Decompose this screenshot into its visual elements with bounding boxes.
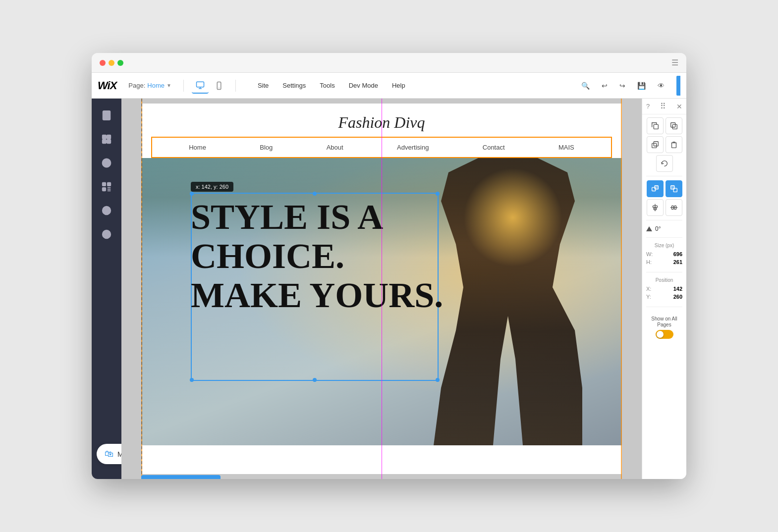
sidebar-elements-button[interactable]	[96, 128, 117, 150]
help-icon[interactable]: ?	[646, 103, 650, 110]
divider-3	[646, 237, 682, 238]
show-all-pages-toggle[interactable]	[656, 330, 673, 339]
refresh-button[interactable]	[656, 155, 673, 172]
nav-settings[interactable]: Settings	[277, 79, 312, 92]
nav-help[interactable]: Help	[386, 79, 411, 92]
size-label: Size (px)	[646, 243, 682, 248]
width-row: W: 696	[646, 251, 682, 257]
svg-rect-31	[655, 186, 658, 189]
handle-tl[interactable]	[190, 192, 194, 196]
guide-line-center	[382, 99, 382, 479]
save-button[interactable]: 💾	[633, 79, 650, 93]
svg-rect-15	[108, 183, 111, 186]
width-value[interactable]: 696	[673, 251, 682, 257]
height-row: H: 261	[646, 259, 682, 265]
close-button[interactable]	[100, 60, 106, 66]
show-all-pages-label: Show on All Pages	[646, 316, 682, 328]
size-section: Size (px) W: 696 H: 261	[642, 239, 686, 271]
svg-rect-0	[196, 82, 204, 87]
position-section: Position X: 142 Y: 260	[642, 273, 686, 306]
svg-rect-16	[103, 188, 106, 191]
clone-button[interactable]	[647, 136, 664, 153]
close-panel-button[interactable]: ✕	[676, 103, 682, 110]
handle-bc[interactable]	[313, 378, 317, 382]
bring-forward-button[interactable]	[647, 180, 664, 197]
x-value[interactable]: 142	[673, 286, 682, 292]
top-nav: WiX Page: Home ▼ Site Settings Tools Dev…	[92, 73, 686, 99]
main-window: ☰ WiX Page: Home ▼ Site Settings Tools D…	[92, 53, 686, 479]
undo-button[interactable]: ↩	[598, 79, 611, 93]
panel-header: ? ⠿ ✕	[642, 99, 686, 114]
nav-tools[interactable]: Tools	[314, 79, 340, 92]
hero-text-line3: MAKE YOURS.	[191, 276, 443, 315]
svg-rect-29	[671, 143, 676, 148]
send-back-button[interactable]	[666, 180, 682, 197]
page-selector[interactable]: Page: Home ▼	[124, 80, 175, 91]
nav-menu: Site Settings Tools Dev Mode Help	[252, 79, 411, 92]
mobile-device-button[interactable]	[211, 78, 227, 93]
handle-br[interactable]	[436, 378, 440, 382]
zoom-button[interactable]: 🔍	[577, 79, 594, 93]
nav-site[interactable]: Site	[252, 79, 275, 92]
title-bar: ☰	[92, 53, 686, 73]
wix-logo: WiX	[98, 79, 116, 92]
light-glow	[463, 168, 562, 267]
delete-button[interactable]	[666, 136, 682, 153]
width-label: W:	[646, 251, 653, 257]
y-label: Y:	[646, 294, 651, 300]
guide-line-dashed	[141, 99, 142, 479]
fullscreen-button[interactable]	[117, 60, 123, 66]
page-label: Page:	[128, 82, 145, 89]
paste-button[interactable]	[666, 117, 682, 134]
nav-advertising[interactable]: Advertising	[393, 142, 433, 153]
guide-line-right	[621, 99, 622, 479]
preview-button[interactable]: 👁	[654, 79, 668, 93]
copy-button[interactable]	[647, 117, 664, 134]
upgrade-accent	[676, 76, 680, 96]
handle-tr[interactable]	[436, 192, 440, 196]
shopping-bag-icon: 🛍	[105, 449, 113, 459]
y-value[interactable]: 260	[673, 294, 682, 300]
sidebar-apps-button[interactable]	[96, 176, 117, 198]
traffic-lights	[100, 60, 123, 66]
nav-mais[interactable]: MAIS	[555, 142, 578, 153]
main-area: 🛍 My Store Fashion Divq Home	[92, 99, 686, 479]
y-row: Y: 260	[646, 294, 682, 300]
hero-text[interactable]: STYLE IS A CHOICE. MAKE YOURS.	[191, 198, 443, 316]
redo-button[interactable]: ↪	[615, 79, 629, 93]
height-value[interactable]: 261	[673, 259, 682, 265]
copy-paste-tools	[642, 114, 686, 175]
distribute-button[interactable]	[666, 199, 682, 216]
page-name: Home	[147, 82, 165, 89]
divider-1	[646, 176, 682, 176]
svg-rect-33	[670, 186, 674, 189]
grid-dots-icon[interactable]: ⠿	[660, 102, 666, 111]
hero-text-line1: STYLE IS A	[191, 198, 443, 237]
sidebar-pages-button[interactable]	[96, 105, 117, 126]
show-all-pages-section: Show on All Pages	[642, 312, 686, 343]
left-sidebar: 🛍 My Store	[92, 99, 121, 479]
nav-blog[interactable]: Blog	[256, 142, 277, 153]
nav-devmode[interactable]: Dev Mode	[343, 79, 384, 92]
desktop-device-button[interactable]	[192, 78, 209, 94]
handle-tc[interactable]	[313, 192, 317, 196]
rotation-section: 0°	[642, 221, 686, 236]
sidebar-blog-button[interactable]	[96, 223, 117, 245]
sidebar-media-button[interactable]	[96, 200, 117, 221]
nav-about[interactable]: About	[323, 142, 347, 153]
minimize-button[interactable]	[109, 60, 114, 66]
sidebar-add-button[interactable]	[96, 152, 117, 174]
rotation-value: 0°	[655, 225, 661, 232]
window-menu-icon[interactable]: ☰	[671, 58, 678, 67]
hero-text-line2: CHOICE.	[191, 237, 443, 276]
coordinate-tooltip: x: 142, y: 260	[191, 182, 233, 192]
nav-home[interactable]: Home	[185, 142, 210, 153]
toggle-knob	[657, 331, 664, 338]
handle-bl[interactable]	[190, 378, 194, 382]
page-chevron-icon: ▼	[167, 83, 171, 88]
align-center-button[interactable]	[647, 199, 664, 216]
nav-contact[interactable]: Contact	[479, 142, 509, 153]
divider-2	[646, 220, 682, 220]
layer-tools	[642, 177, 686, 219]
position-label: Position	[646, 277, 682, 283]
